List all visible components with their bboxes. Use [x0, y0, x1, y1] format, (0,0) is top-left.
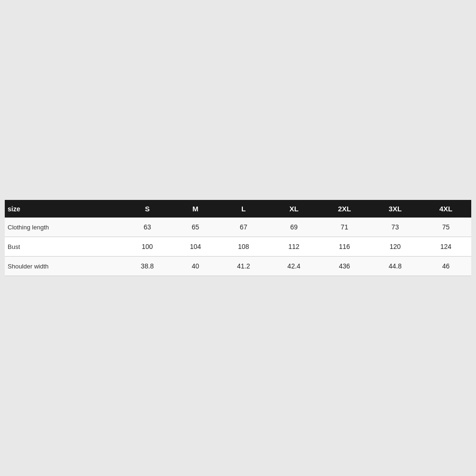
header-m: M [172, 200, 218, 218]
cell-2-4: 436 [319, 257, 370, 276]
size-chart-table: sizeSMLXL2XL3XL4XL Clothing length636567… [5, 200, 471, 276]
cell-2-5: 44.8 [370, 257, 421, 276]
header-2xl: 2XL [319, 200, 370, 218]
cell-2-0: 38.8 [122, 257, 173, 276]
cell-2-1: 40 [172, 257, 218, 276]
cell-2-6: 46 [420, 257, 471, 276]
cell-1-0: 100 [122, 237, 173, 257]
header-4xl: 4XL [420, 200, 471, 218]
header-l: L [218, 200, 269, 218]
header-s: S [122, 200, 173, 218]
cell-1-6: 124 [420, 237, 471, 257]
cell-1-1: 104 [172, 237, 218, 257]
cell-2-3: 42.4 [269, 257, 319, 276]
table-row: Clothing length63656769717375 [5, 218, 471, 237]
cell-0-4: 71 [319, 218, 370, 237]
cell-1-3: 112 [269, 237, 319, 257]
header-size: size [5, 200, 122, 218]
cell-0-2: 67 [218, 218, 269, 237]
table-body: Clothing length63656769717375Bust1001041… [5, 218, 471, 276]
cell-0-5: 73 [370, 218, 421, 237]
cell-0-0: 63 [122, 218, 173, 237]
size-chart-container: sizeSMLXL2XL3XL4XL Clothing length636567… [5, 200, 471, 276]
table-header-row: sizeSMLXL2XL3XL4XL [5, 200, 471, 218]
cell-1-2: 108 [218, 237, 269, 257]
cell-0-6: 75 [420, 218, 471, 237]
row-label-1: Bust [5, 237, 122, 257]
cell-0-3: 69 [269, 218, 319, 237]
table-row: Bust100104108112116120124 [5, 237, 471, 257]
cell-2-2: 41.2 [218, 257, 269, 276]
header-xl: XL [269, 200, 319, 218]
cell-0-1: 65 [172, 218, 218, 237]
cell-1-5: 120 [370, 237, 421, 257]
cell-1-4: 116 [319, 237, 370, 257]
row-label-2: Shoulder width [5, 257, 122, 276]
row-label-0: Clothing length [5, 218, 122, 237]
table-row: Shoulder width38.84041.242.443644.846 [5, 257, 471, 276]
header-3xl: 3XL [370, 200, 421, 218]
